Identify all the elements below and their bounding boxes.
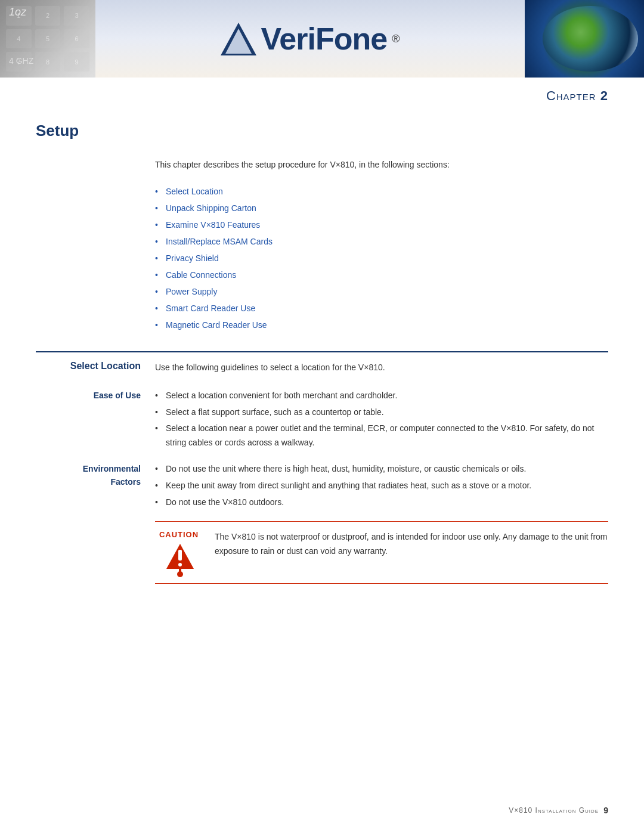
svg-rect-1: [178, 550, 182, 561]
toc-item[interactable]: Install/Replace MSAM Cards: [155, 233, 608, 250]
verifone-logo: VeriFone®: [221, 20, 400, 58]
header-banner: 123 456 789 VeriFone®: [0, 0, 644, 78]
toc-list: Select Location Unpack Shipping Carton E…: [155, 183, 608, 333]
env-bullet-3: Do not use the V×810 outdoors.: [155, 496, 608, 510]
svg-rect-4: [179, 569, 181, 574]
select-location-section: Select Location Use the following guidel…: [36, 351, 608, 374]
logo-arrow-icon: [221, 20, 256, 58]
intro-text: This chapter describes the setup procedu…: [155, 158, 608, 171]
logo-reg: ®: [392, 33, 400, 45]
page-title: Setup: [36, 122, 608, 140]
env-bullet-2: Keep the unit away from direct sunlight …: [155, 479, 608, 493]
select-location-heading: Select Location: [36, 361, 155, 374]
toc-item[interactable]: Select Location: [155, 183, 608, 200]
ease-of-use-label: Ease of Use: [36, 389, 155, 453]
caution-box: CAUTION: [155, 521, 608, 584]
ease-bullet-1: Select a location convenient for both me…: [155, 389, 608, 403]
caution-svg-icon: [165, 543, 195, 577]
chapter-banner: Chapter 2: [0, 78, 644, 104]
footer-page-number: 9: [603, 806, 608, 815]
environmental-list: Do not use the unit where there is high …: [155, 462, 608, 509]
header-globe-image: [525, 0, 644, 78]
ease-of-use-list: Select a location convenient for both me…: [155, 389, 608, 450]
environmental-label: Environmental Factors: [36, 462, 155, 584]
toc-item[interactable]: Examine V×810 Features: [155, 216, 608, 233]
chapter-word: Chapter: [546, 88, 596, 103]
ease-bullet-2: Select a flat support surface, such as a…: [155, 405, 608, 420]
toc-item[interactable]: Magnetic Card Reader Use: [155, 317, 608, 333]
caution-symbol-icon: [165, 543, 193, 575]
logo-text: VeriFone: [261, 21, 388, 57]
header-background: 123 456 789 VeriFone®: [0, 0, 644, 78]
header-keypad-image: 123 456 789: [0, 0, 95, 78]
footer-title: V×810 Installation Guide: [509, 806, 599, 815]
toc-item[interactable]: Power Supply: [155, 283, 608, 300]
svg-rect-2: [178, 563, 182, 566]
keypad-overlay: 123 456 789: [0, 0, 95, 78]
toc-item[interactable]: Cable Connections: [155, 267, 608, 283]
env-bullet-1: Do not use the unit where there is high …: [155, 462, 608, 476]
chapter-number: 2: [600, 88, 608, 103]
page-wrapper: 123 456 789 VeriFone® Chapter 2 S: [0, 0, 644, 833]
header-logo-area: VeriFone®: [95, 0, 525, 78]
select-location-body: Use the following guidelines to select a…: [155, 361, 608, 374]
caution-text: The V×810 is not waterproof or dustproof…: [215, 530, 608, 559]
main-content: Setup This chapter describes the setup p…: [0, 104, 644, 617]
toc-item[interactable]: Privacy Shield: [155, 250, 608, 267]
ease-bullet-3: Select a location near a power outlet an…: [155, 422, 608, 450]
ease-of-use-content: Select a location convenient for both me…: [155, 389, 608, 453]
ease-of-use-section: Ease of Use Select a location convenient…: [36, 389, 608, 453]
environmental-section: Environmental Factors Do not use the uni…: [36, 462, 608, 584]
toc-item[interactable]: Unpack Shipping Carton: [155, 200, 608, 216]
page-footer: V×810 Installation Guide 9: [509, 806, 608, 815]
caution-label: CAUTION: [159, 530, 199, 539]
environmental-content: Do not use the unit where there is high …: [155, 462, 608, 584]
caution-icon-wrap: CAUTION: [155, 530, 203, 575]
toc-item[interactable]: Smart Card Reader Use: [155, 300, 608, 317]
